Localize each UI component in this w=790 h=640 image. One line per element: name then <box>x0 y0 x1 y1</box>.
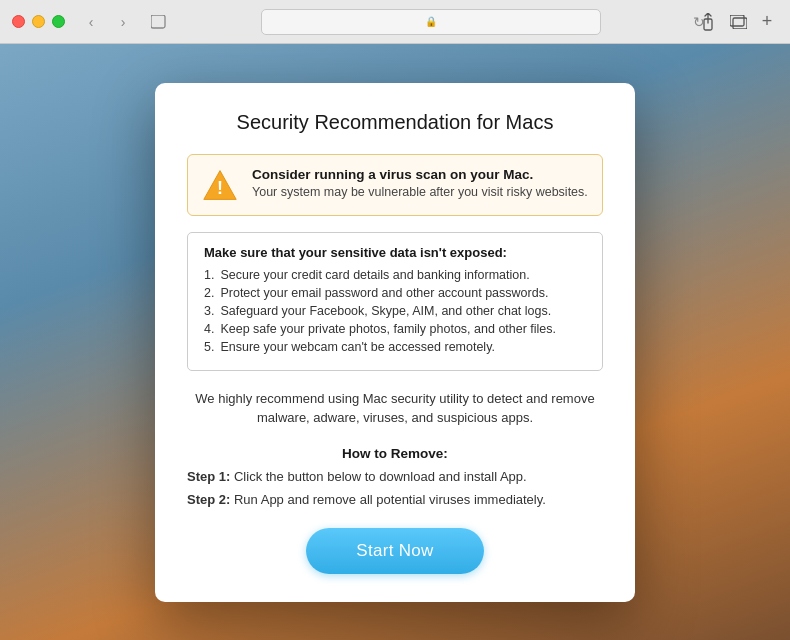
step-2-text-value: Run App and remove all potential viruses… <box>234 492 546 507</box>
browser-window: ‹ › 🔒 ↻ + <box>0 0 790 640</box>
nav-buttons: ‹ › <box>77 11 137 33</box>
svg-rect-2 <box>730 15 744 26</box>
svg-text:!: ! <box>217 178 223 198</box>
forward-button[interactable]: › <box>109 11 137 33</box>
how-to-remove: How to Remove: Step 1: Click the button … <box>187 446 603 510</box>
tabs-icon[interactable] <box>726 11 750 33</box>
step-1-text-value: Click the button below to download and i… <box>234 469 527 484</box>
desktop: ‹ › 🔒 ↻ + <box>0 0 790 640</box>
svg-rect-3 <box>733 18 747 29</box>
step-1-label: Step 1: <box>187 469 230 484</box>
refresh-button[interactable]: ↻ <box>688 11 710 33</box>
start-now-button[interactable]: Start Now <box>306 528 483 574</box>
warning-subtitle: Your system may be vulnerable after you … <box>252 185 588 199</box>
add-tab-button[interactable]: + <box>756 11 778 33</box>
minimize-button[interactable] <box>32 15 45 28</box>
content-area: ULLA Security Recommendation for Macs ! <box>0 44 790 640</box>
list-item: 4.Keep safe your private photos, family … <box>204 322 586 336</box>
list-item: 5.Ensure your webcam can't be accessed r… <box>204 340 586 354</box>
exposure-list: 1.Secure your credit card details and ba… <box>204 268 586 354</box>
step-1: Step 1: Click the button below to downlo… <box>187 467 603 487</box>
warning-banner: ! Consider running a virus scan on your … <box>187 154 603 216</box>
exposure-box: Make sure that your sensitive data isn't… <box>187 232 603 371</box>
title-bar: ‹ › 🔒 ↻ + <box>0 0 790 44</box>
step-2-label: Step 2: <box>187 492 230 507</box>
close-button[interactable] <box>12 15 25 28</box>
dialog-title: Security Recommendation for Macs <box>187 111 603 134</box>
tab-toggle-icon[interactable] <box>145 11 173 33</box>
warning-text: Consider running a virus scan on your Ma… <box>252 167 588 199</box>
exposure-title: Make sure that your sensitive data isn't… <box>204 245 586 260</box>
warning-triangle-icon: ! <box>202 167 238 203</box>
svg-rect-0 <box>151 15 165 28</box>
step-2: Step 2: Run App and remove all potential… <box>187 490 603 510</box>
traffic-lights <box>12 15 65 28</box>
back-button[interactable]: ‹ <box>77 11 105 33</box>
warning-title: Consider running a virus scan on your Ma… <box>252 167 588 182</box>
how-to-remove-title: How to Remove: <box>187 446 603 461</box>
maximize-button[interactable] <box>52 15 65 28</box>
recommendation-text: We highly recommend using Mac security u… <box>187 389 603 428</box>
list-item: 1.Secure your credit card details and ba… <box>204 268 586 282</box>
address-bar[interactable]: 🔒 <box>261 9 601 35</box>
list-item: 3.Safeguard your Facebook, Skype, AIM, a… <box>204 304 586 318</box>
list-item: 2.Protect your email password and other … <box>204 286 586 300</box>
address-bar-wrapper: 🔒 ↻ <box>181 9 680 35</box>
security-dialog: Security Recommendation for Macs ! Consi… <box>155 83 635 602</box>
dialog-overlay: Security Recommendation for Macs ! Consi… <box>0 44 790 640</box>
lock-icon: 🔒 <box>425 16 437 27</box>
cta-wrapper: Start Now <box>187 528 603 574</box>
